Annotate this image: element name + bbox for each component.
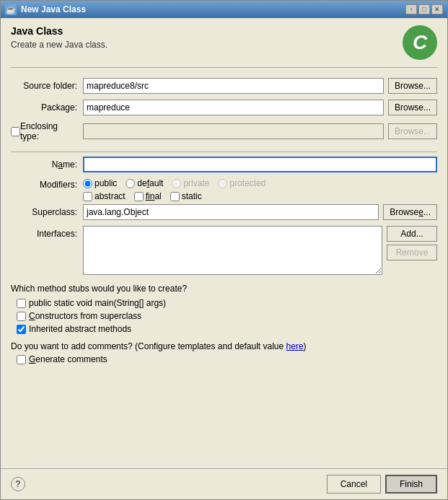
finish-button[interactable]: Finish	[385, 475, 437, 494]
public-radio[interactable]	[83, 179, 92, 188]
enclosing-type-browse-button[interactable]: Browse...	[388, 123, 437, 139]
abstract-modifier[interactable]: abstract	[83, 191, 126, 201]
public-modifier[interactable]: public	[83, 178, 117, 188]
static-checkbox[interactable]	[170, 192, 180, 201]
final-modifier[interactable]: final	[134, 191, 162, 201]
generate-comments-option: Generate comments	[17, 354, 437, 364]
generate-comments-label[interactable]: Generate comments	[29, 354, 107, 364]
footer-buttons: Cancel Finish	[327, 475, 437, 494]
constructors-checkbox[interactable]	[17, 312, 26, 321]
private-modifier[interactable]: private	[172, 178, 209, 188]
access-modifiers-row: public default private protected	[83, 178, 437, 188]
enclosing-type-label[interactable]: Enclosing type:	[20, 121, 77, 141]
superclass-browse-button[interactable]: Browsee...	[383, 204, 437, 220]
enclosing-type-checkbox[interactable]	[11, 127, 20, 136]
title-bar-controls: ↑ □ ✕	[405, 4, 443, 14]
minimize-button[interactable]: ↑	[405, 4, 417, 14]
modifiers-group: public default private protected	[83, 178, 437, 201]
modifiers-row: Modifiers: public default private	[11, 178, 437, 201]
default-modifier[interactable]: default	[126, 178, 163, 188]
protected-radio[interactable]	[218, 179, 227, 188]
cancel-button[interactable]: Cancel	[327, 475, 381, 494]
modifiers-label: Modifiers:	[11, 178, 83, 190]
private-radio[interactable]	[172, 179, 181, 188]
interfaces-row: Interfaces: Add... Remove	[11, 226, 437, 275]
dialog-title: Java Class	[11, 25, 107, 37]
main-method-label[interactable]: public static void main(String[] args)	[29, 298, 166, 308]
source-folder-input[interactable]	[83, 78, 384, 94]
java-logo-icon: C	[403, 25, 437, 60]
close-button[interactable]: ✕	[431, 4, 443, 14]
default-radio[interactable]	[126, 179, 135, 188]
source-folder-label: Source folder:	[11, 81, 83, 91]
generate-comments-checkbox[interactable]	[17, 355, 26, 364]
dialog-footer: ? Cancel Finish	[1, 468, 447, 499]
dialog-subtitle: Create a new Java class.	[11, 40, 107, 50]
maximize-button[interactable]: □	[418, 4, 430, 14]
add-interface-button[interactable]: Add...	[387, 226, 437, 242]
enclosing-type-input[interactable]	[83, 123, 384, 139]
help-button[interactable]: ?	[11, 477, 25, 491]
new-java-class-dialog: ☕ New Java Class ↑ □ ✕ Java Class Create…	[0, 0, 448, 500]
remove-interface-button[interactable]: Remove	[387, 245, 437, 260]
package-input[interactable]	[83, 100, 384, 115]
main-method-option: public static void main(String[] args)	[17, 298, 437, 308]
superclass-row: Superclass: Browsee...	[11, 204, 437, 220]
name-input[interactable]	[83, 157, 437, 172]
source-folder-row: Source folder: Browse...	[11, 78, 437, 94]
protected-modifier[interactable]: protected	[218, 178, 265, 188]
inherited-methods-label[interactable]: Inherited abstract methods	[29, 324, 131, 334]
configure-link[interactable]: here	[286, 341, 304, 351]
dialog-header: Java Class Create a new Java class. C	[11, 25, 437, 68]
package-browse-button[interactable]: Browse...	[388, 100, 437, 115]
package-row: Package: Browse...	[11, 100, 437, 115]
package-label: Package:	[11, 102, 83, 113]
comments-section: Do you want to add comments? (Configure …	[11, 341, 437, 351]
dialog-content: Java Class Create a new Java class. C So…	[1, 18, 447, 468]
constructors-label[interactable]: Constructors from superclass	[29, 311, 141, 321]
window-title: New Java Class	[21, 4, 86, 14]
constructors-option: Constructors from superclass	[17, 311, 437, 321]
enclosing-type-row: Enclosing type: Browse...	[11, 121, 437, 141]
name-label: Name:	[11, 159, 83, 170]
footer-left: ?	[11, 477, 25, 491]
header-text: Java Class Create a new Java class.	[11, 25, 107, 50]
inherited-methods-checkbox[interactable]	[17, 325, 26, 334]
superclass-label: Superclass:	[11, 207, 83, 217]
title-bar-left: ☕ New Java Class	[5, 4, 86, 15]
interfaces-input[interactable]	[83, 226, 382, 275]
static-modifier[interactable]: static	[170, 191, 202, 201]
title-bar: ☕ New Java Class ↑ □ ✕	[1, 1, 447, 18]
abstract-checkbox[interactable]	[83, 192, 92, 201]
superclass-input[interactable]	[83, 204, 379, 220]
interfaces-buttons: Add... Remove	[387, 226, 437, 260]
final-checkbox[interactable]	[134, 192, 144, 201]
inherited-methods-option: Inherited abstract methods	[17, 324, 437, 334]
name-row: Name:	[11, 157, 437, 172]
source-folder-browse-button[interactable]: Browse...	[388, 78, 437, 94]
main-method-checkbox[interactable]	[17, 299, 26, 308]
interfaces-label: Interfaces:	[11, 226, 83, 239]
window-icon: ☕	[5, 4, 17, 15]
method-stubs-label: Which method stubs would you like to cre…	[11, 284, 437, 294]
other-modifiers-row: abstract final static	[83, 191, 437, 201]
